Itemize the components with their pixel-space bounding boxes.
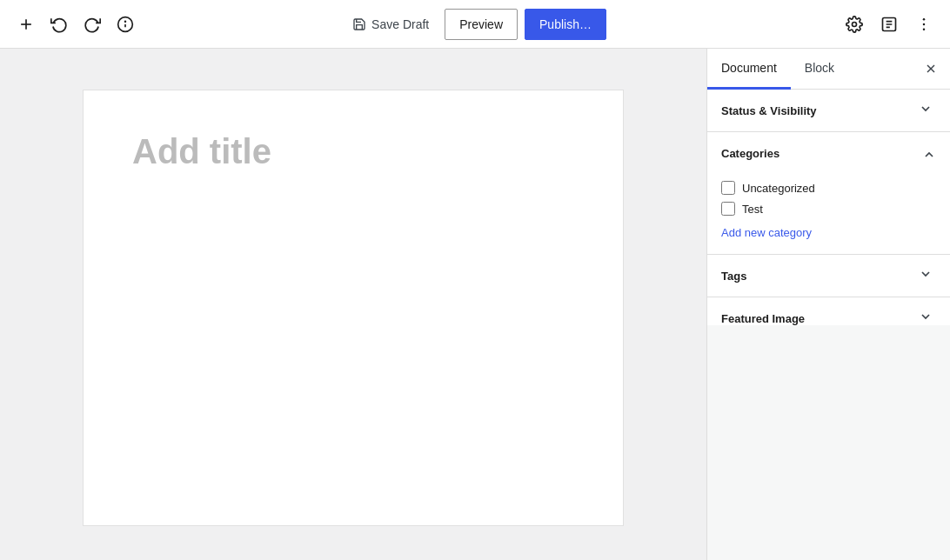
tags-chevron-icon	[919, 267, 936, 284]
tags-section: Tags	[707, 255, 950, 297]
status-visibility-chevron-icon	[919, 102, 936, 119]
info-button[interactable]	[110, 9, 141, 40]
editor-area: Add title	[0, 49, 706, 560]
featured-image-section: Featured Image	[707, 297, 950, 325]
save-draft-button[interactable]: Save Draft	[344, 12, 438, 37]
add-block-button[interactable]	[10, 9, 42, 40]
redo-button[interactable]	[77, 9, 108, 40]
categories-section: Categories Uncategorized Test	[707, 132, 950, 255]
toolbar: Save Draft Preview Publish…	[0, 0, 950, 49]
close-sidebar-button[interactable]	[915, 53, 947, 84]
sidebar-content: Status & Visibility Categories	[707, 90, 950, 325]
status-visibility-section: Status & Visibility	[707, 90, 950, 132]
category-test-checkbox[interactable]	[721, 202, 735, 216]
category-uncategorized-item: Uncategorized	[721, 181, 936, 195]
publish-button[interactable]: Publish…	[525, 9, 606, 40]
categories-body: Uncategorized Test Add new category	[707, 174, 950, 254]
tab-document[interactable]: Document	[707, 49, 791, 90]
tags-toggle[interactable]: Tags	[707, 255, 950, 297]
main-area: Add title Document Block Status & Visibi…	[0, 49, 950, 560]
category-uncategorized-label: Uncategorized	[742, 182, 815, 195]
svg-point-7	[923, 17, 926, 20]
settings-button[interactable]	[839, 9, 870, 40]
toolbar-right	[610, 9, 940, 40]
category-uncategorized-checkbox[interactable]	[721, 181, 735, 195]
toolbar-left	[10, 9, 340, 40]
categories-toggle[interactable]: Categories	[707, 132, 950, 174]
yoast-button[interactable]	[873, 9, 905, 40]
featured-image-toggle[interactable]: Featured Image	[707, 297, 950, 325]
preview-button[interactable]: Preview	[445, 9, 518, 40]
undo-button[interactable]	[43, 9, 75, 40]
categories-chevron-icon	[919, 144, 936, 162]
featured-image-chevron-icon	[919, 310, 936, 325]
toolbar-center: Save Draft Preview Publish…	[344, 9, 606, 40]
svg-point-5	[853, 22, 857, 26]
category-test-item: Test	[721, 202, 936, 216]
sidebar: Document Block Status & Visibility	[706, 49, 950, 560]
svg-point-9	[923, 28, 926, 30]
sidebar-bottom-area	[707, 325, 950, 561]
editor-title[interactable]: Add title	[132, 132, 574, 181]
svg-point-8	[923, 23, 926, 25]
add-new-category-button[interactable]: Add new category	[721, 226, 812, 239]
status-visibility-toggle[interactable]: Status & Visibility	[707, 90, 950, 131]
tab-block[interactable]: Block	[791, 49, 848, 90]
category-test-label: Test	[742, 203, 763, 216]
more-options-button[interactable]	[908, 9, 940, 40]
sidebar-header: Document Block	[707, 49, 950, 90]
editor-canvas: Add title	[84, 90, 623, 525]
